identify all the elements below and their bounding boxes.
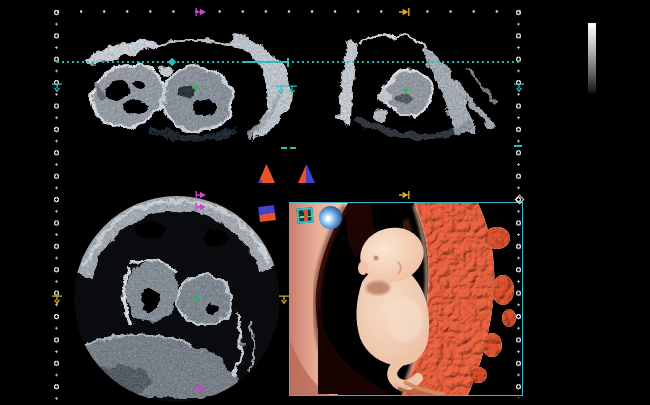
focus-marker-yellow-left-ruler[interactable] [51,295,63,304]
divider-arrow-magenta-mid-lower[interactable] [195,202,207,212]
scan-plane-end-bar [287,58,289,67]
divider-arrow-magenta-mid-upper[interactable] [195,190,207,200]
render-center-cursor-top-left[interactable] [192,84,200,92]
divider-arrow-magenta-bottom[interactable] [195,384,207,394]
ruler-left [52,8,61,402]
caliper-dash-a [281,147,287,149]
divider-arrow-yellow-top[interactable] [398,7,410,17]
focus-marker-cyan-left-ruler[interactable] [51,83,63,92]
render-center-cursor-bottom-left[interactable] [193,294,201,302]
caliper-dash-b [290,147,296,149]
trackball-sphere-icon [319,206,342,229]
panel-bottom-left[interactable] [74,196,280,402]
focus-marker-yellow-bottom-image[interactable] [278,295,290,304]
scan-plane-segment[interactable] [243,61,288,63]
caliper-dash-right [514,145,522,147]
panel-top-right[interactable] [338,35,497,136]
grayscale-map-bar [588,23,596,93]
panel-top-left[interactable] [84,33,292,141]
render-box-icon [296,207,313,223]
ruler-top [56,9,520,14]
render-center-cursor-top-right[interactable] [402,86,410,94]
divider-arrow-magenta-top[interactable] [195,7,207,17]
focus-marker-cyan-image-b[interactable] [286,85,298,94]
render-direction-square-icon [258,205,276,222]
divider-arrow-yellow-mid[interactable] [398,190,410,200]
ultrasound-quad-screen [0,0,650,405]
focus-marker-cyan-right-ruler[interactable] [513,83,525,92]
render-panel-border [289,202,523,396]
